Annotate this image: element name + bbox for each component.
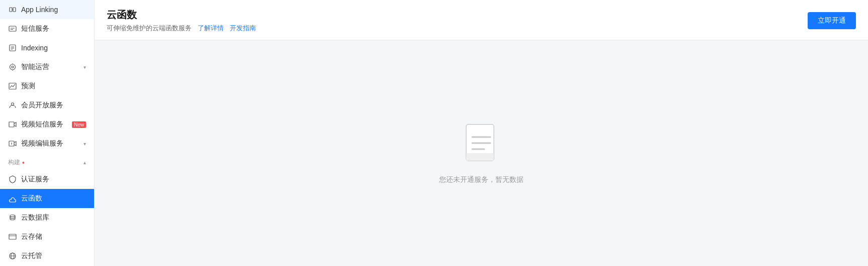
svg-rect-1 — [13, 8, 16, 12]
required-indicator: • — [22, 159, 25, 167]
dev-guide-link[interactable]: 开发指南 — [230, 24, 256, 33]
svg-point-10 — [10, 64, 16, 70]
empty-state: 您还未开通服务，暂无数据 — [95, 40, 868, 266]
page-subtitle: 可伸缩免维护的云端函数服务 了解详情 开发指南 — [107, 24, 256, 33]
sidebar-item-cloud-host-label: 云托管 — [21, 251, 86, 260]
empty-icon — [461, 122, 501, 167]
sms-icon — [8, 24, 17, 33]
svg-rect-0 — [10, 8, 12, 12]
svg-point-15 — [12, 103, 14, 105]
video-edit-icon — [8, 139, 17, 148]
app-linking-icon — [8, 5, 17, 14]
member-icon — [8, 101, 17, 110]
sidebar-item-cloud-host[interactable]: 云托管 — [0, 246, 94, 265]
sidebar-item-cloud-db-label: 云数据库 — [21, 213, 86, 222]
indexing-icon — [8, 43, 17, 52]
svg-point-11 — [12, 66, 14, 68]
empty-text: 您还未开通服务，暂无数据 — [439, 175, 524, 184]
chevron-down-icon: ▾ — [83, 64, 86, 70]
smart-ops-icon — [8, 62, 17, 72]
cloud-storage-icon — [8, 232, 17, 241]
sidebar-item-video-edit-label: 视频编辑服务 — [21, 139, 79, 148]
svg-rect-31 — [466, 153, 494, 161]
chevron-up-icon: ▴ — [83, 160, 86, 165]
sidebar-item-sms-service[interactable]: 短信服务 — [0, 19, 94, 38]
new-badge: New — [72, 121, 86, 128]
sidebar-item-indexing-label: Indexing — [21, 44, 86, 52]
cloud-function-icon — [8, 194, 17, 203]
sidebar-item-prediction[interactable]: 预测 — [0, 77, 94, 96]
sidebar-item-member-label: 会员开放服务 — [21, 101, 86, 110]
header-left: 云函数 可伸缩免维护的云端函数服务 了解详情 开发指南 — [107, 8, 256, 33]
sidebar-item-indexing[interactable]: Indexing — [0, 38, 94, 57]
sidebar-item-cloud-storage-label: 云存储 — [21, 232, 86, 241]
page-header: 云函数 可伸缩免维护的云端函数服务 了解详情 开发指南 立即开通 — [95, 0, 868, 40]
learn-more-link[interactable]: 了解详情 — [198, 24, 224, 33]
sidebar-item-app-linking[interactable]: App Linking — [0, 0, 94, 19]
svg-rect-20 — [9, 234, 16, 239]
prediction-icon — [8, 82, 17, 91]
sidebar: App Linking 短信服务 Indexing 智能运营 ▾ 预测 会员开放… — [0, 0, 95, 266]
svg-rect-16 — [9, 122, 14, 127]
cloud-host-icon — [8, 251, 17, 260]
sidebar-item-cloud-function-label: 云函数 — [21, 194, 86, 203]
sidebar-item-smart-ops[interactable]: 智能运营 ▾ — [0, 57, 94, 77]
main-content: 云函数 可伸缩免维护的云端函数服务 了解详情 开发指南 立即开通 您还未开通服务… — [95, 0, 868, 266]
sidebar-item-video-edit[interactable]: 视频编辑服务 ▾ — [0, 134, 94, 153]
sidebar-item-smart-ops-label: 智能运营 — [21, 62, 79, 72]
sidebar-item-auth-label: 认证服务 — [21, 175, 86, 184]
sidebar-item-sms-label: 短信服务 — [21, 24, 86, 33]
video-sms-icon — [8, 120, 17, 129]
page-title: 云函数 — [107, 8, 256, 22]
sidebar-item-video-sms[interactable]: 视频短信服务 New — [0, 115, 94, 134]
sidebar-item-app-linking-label: App Linking — [21, 6, 86, 14]
section-label: 构建 — [8, 158, 20, 167]
auth-icon — [8, 175, 17, 184]
sidebar-item-video-sms-label: 视频短信服务 — [21, 120, 67, 129]
chevron-down-icon-2: ▾ — [83, 141, 86, 147]
sidebar-item-cloud-function[interactable]: 云函数 — [0, 189, 94, 208]
sidebar-item-cloud-storage[interactable]: 云存储 — [0, 227, 94, 246]
activate-button[interactable]: 立即开通 — [808, 12, 856, 29]
cloud-db-icon — [8, 213, 17, 222]
svg-point-19 — [10, 215, 15, 217]
subtitle-text: 可伸缩免维护的云端函数服务 — [107, 24, 192, 33]
sidebar-item-prediction-label: 预测 — [21, 82, 86, 91]
sidebar-item-auth-service[interactable]: 认证服务 — [0, 170, 94, 189]
section-header-build[interactable]: 构建 • ▴ — [0, 153, 94, 170]
sidebar-item-cloud-db[interactable]: 云数据库 — [0, 208, 94, 227]
svg-rect-3 — [9, 26, 16, 31]
sidebar-item-member-service[interactable]: 会员开放服务 — [0, 96, 94, 115]
